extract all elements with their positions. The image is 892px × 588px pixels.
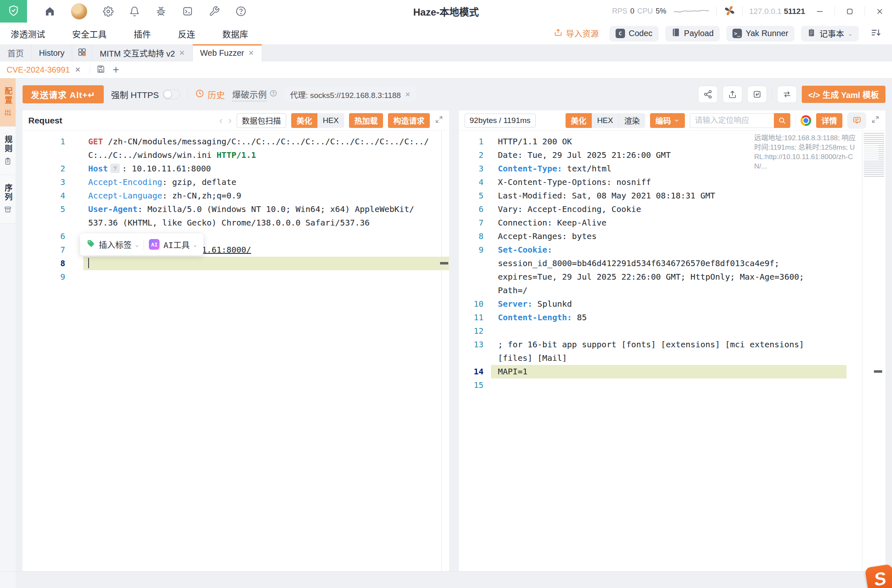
swap-button[interactable] [777,86,797,103]
packet-scan-button[interactable]: 数据包扫描 [237,113,286,128]
menu-reverse[interactable]: 反连 [178,27,195,40]
next-page-icon[interactable]: › [228,115,232,126]
code-line[interactable]: 13; for 16-bit app support [fonts] [exte… [459,338,846,351]
code-line[interactable]: 5User-Agent: Mozilla/5.0 (Windows NT 10.… [23,203,449,216]
edit-in-box-button[interactable] [747,86,767,103]
code-line[interactable]: 8Accept-Ranges: bytes [459,230,846,243]
tools-icon[interactable] [209,6,220,17]
details-button[interactable]: 详情 [816,113,842,128]
tab-group-icon[interactable] [72,44,92,62]
history-button[interactable]: 历史 [195,88,225,100]
menu-security-tools[interactable]: 安全工具 [72,27,107,40]
side-tab-rules[interactable]: 规则 [0,127,16,175]
code-line[interactable]: 11Content-Length: 85 [459,311,846,324]
code-line[interactable]: 7Connection: Keep-Alive [459,216,846,230]
code-line[interactable]: 9 [23,270,449,284]
code-line[interactable]: 3Accept-Encoding: gzip, deflate [23,175,449,189]
minimap[interactable] [864,133,884,177]
code-line[interactable]: 537.36 (KHTML, like Gecko) Chrome/138.0.… [23,216,449,230]
code-line[interactable]: 4Accept-Language: zh-CN,zh;q=0.9 [23,189,449,203]
code-line[interactable]: 12 [459,324,846,338]
fullscreen-icon[interactable] [871,115,880,125]
close-icon[interactable]: ✕ [179,49,185,57]
request-editor[interactable]: 1GET /zh-CN/modules/messaging/C:../C:../… [23,131,449,572]
generate-yaml-button[interactable]: </> 生成 Yaml 模板 [802,86,885,103]
gear-icon[interactable] [103,6,114,17]
sort-list-icon[interactable] [870,27,881,40]
side-tab-config[interactable]: 配置 [0,78,16,127]
ai-tools-button[interactable]: AI AI工具 ⌄ [149,239,197,251]
close-button[interactable] [871,3,888,20]
code-line[interactable]: 10Server: Splunkd [459,297,846,311]
code-line[interactable]: 15 [459,378,846,392]
codec-button[interactable]: C Codec [609,26,659,41]
grid-icon [77,47,87,59]
tab-history[interactable]: History [32,44,72,62]
code-line[interactable]: session_id_8000=bb46d412291d534f63467265… [459,257,846,270]
response-editor[interactable]: 1HTTP/1.1 200 OK2Date: Tue, 29 Jul 2025 … [459,131,885,572]
code-line[interactable]: expires=Tue, 29 Jul 2025 22:26:00 GMT; H… [459,270,846,284]
hex-button[interactable]: HEX [317,113,344,128]
code-line[interactable]: [files] [Mail] [459,351,846,365]
minimize-button[interactable] [812,3,828,20]
annotation-button[interactable] [847,112,866,129]
hot-reload-button[interactable]: 热加载 [349,113,383,128]
payload-button[interactable]: Payload [665,26,720,41]
proxy-tag[interactable]: 代理: socks5://192.168.8.3:1188 ✕ [285,87,415,102]
tab-mitm[interactable]: MITM 交互式劫持 v2✕ [92,44,193,62]
construct-request-button[interactable]: 构造请求 [388,113,430,128]
code-line[interactable]: 4X-Content-Type-Options: nosniff [459,175,846,189]
hex-button[interactable]: HEX [592,113,618,128]
save-icon[interactable] [96,64,105,75]
close-icon[interactable]: ✕ [405,91,410,98]
notebook-icon [807,28,816,39]
bell-icon[interactable] [129,6,140,17]
app-logo-button[interactable] [0,0,27,23]
beautify-button[interactable]: 美化 [566,113,592,128]
maximize-button[interactable] [842,3,858,20]
notebook-button[interactable]: 记事本 ⌄ [801,26,859,41]
force-https-toggle[interactable] [163,89,180,99]
code-line[interactable]: 14MAPI=1 [459,365,846,378]
help-icon[interactable] [235,6,246,17]
menu-pentest[interactable]: 渗透测试 [11,27,45,40]
search-button[interactable] [774,113,790,128]
terminal-icon[interactable] [182,6,193,17]
fullscreen-icon[interactable] [435,115,443,125]
close-icon[interactable]: ✕ [75,66,81,74]
menu-plugins[interactable]: 插件 [134,27,151,40]
code-line[interactable]: 2Host?: 10.10.11.61:8000 [23,162,449,175]
subtab-cve[interactable]: CVE-2024-36991 ✕ [7,65,84,75]
search-input[interactable] [690,113,774,128]
code-line[interactable]: 1GET /zh-CN/modules/messaging/C:../C:../… [23,135,449,148]
bug-icon[interactable] [155,6,167,17]
code-line[interactable]: 6Vary: Accept-Encoding, Cookie [459,203,846,216]
insert-tag-button[interactable]: 插入标签 ⌄ [87,239,139,251]
open-in-browser-icon[interactable] [801,115,811,126]
code-line[interactable]: C:../C:../windows/win.ini HTTP/1.1 [23,148,449,162]
encode-button[interactable]: 编码 [650,113,685,128]
tab-web-fuzzer[interactable]: Web Fuzzer✕ [193,44,262,62]
code-line[interactable]: 9Set-Cookie: [459,243,846,257]
yak-runner-button[interactable]: >_ Yak Runner [726,26,794,41]
blast-example-link[interactable]: 爆破示例 [232,88,277,101]
yak-engine-icon[interactable] [723,5,736,18]
code-line[interactable]: 5Last-Modified: Sat, 08 May 2021 08:18:3… [459,189,846,203]
render-button[interactable]: 渲染 [618,113,645,128]
code-line[interactable]: 8 [23,257,449,270]
menu-database[interactable]: 数据库 [222,27,248,40]
send-request-button[interactable]: 发送请求 Alt+↵ [23,85,104,103]
clipboard-icon [4,157,11,166]
avatar[interactable] [71,3,87,20]
export-button[interactable] [723,86,742,103]
prev-page-icon[interactable]: ‹ [219,115,223,126]
import-resources-button[interactable]: 导入资源 [554,27,599,39]
tab-home[interactable]: 首页 [0,44,32,62]
home-icon[interactable] [44,6,55,17]
close-icon[interactable]: ✕ [248,49,254,57]
add-tab-button[interactable]: + [113,64,119,75]
beautify-button[interactable]: 美化 [291,113,317,128]
side-tab-sequence[interactable]: 序列 [0,175,16,223]
share-button[interactable] [698,86,718,103]
code-line[interactable]: Path=/ [459,284,846,297]
